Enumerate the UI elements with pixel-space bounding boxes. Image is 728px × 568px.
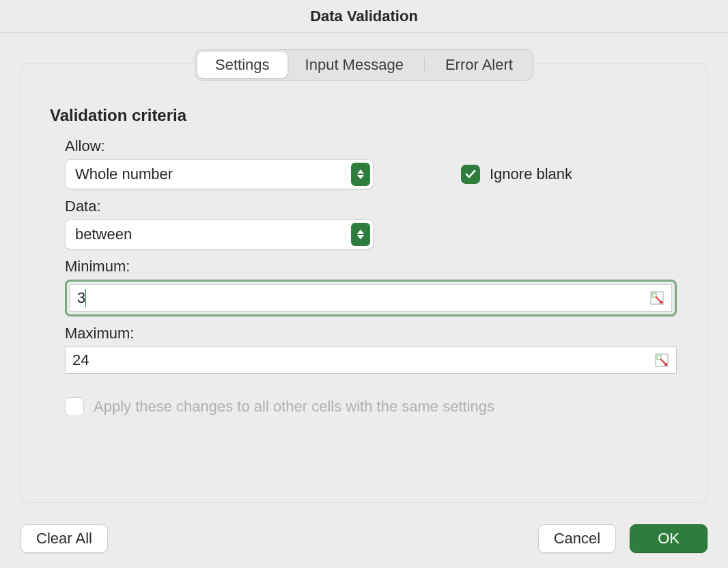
ok-button[interactable]: OK — [630, 524, 708, 553]
updown-icon — [351, 223, 370, 246]
minimum-label-text: Minimum: — [65, 258, 130, 275]
ok-label: OK — [658, 530, 680, 547]
text-caret — [85, 289, 86, 307]
apply-to-all-label: Apply these changes to all other cells w… — [94, 398, 494, 416]
maximum-field-wrap: 24 — [65, 347, 677, 374]
tab-bar: Settings Input Message Error Alert — [195, 49, 533, 81]
section-heading: Validation criteria — [50, 106, 678, 125]
clear-all-label: Clear All — [36, 530, 92, 547]
tab-error-alert-label: Error Alert — [445, 56, 513, 73]
dialog-title: Data Validation — [0, 0, 728, 33]
allow-label-text: Allow: — [65, 137, 105, 154]
minimum-label: Minimum: — [50, 258, 678, 275]
tab-settings-label: Settings — [215, 56, 270, 73]
dialog-title-text: Data Validation — [310, 8, 418, 25]
range-picker-icon[interactable] — [654, 353, 669, 368]
ignore-blank-label: Ignore blank — [490, 165, 572, 183]
tab-error-alert[interactable]: Error Alert — [428, 52, 531, 78]
ignore-blank-checkbox[interactable]: Ignore blank — [461, 165, 572, 184]
minimum-value: 3 — [77, 289, 85, 307]
data-label: Data: — [50, 198, 678, 215]
data-validation-dialog: Settings Input Message Error Alert Valid… — [0, 33, 728, 568]
data-select[interactable]: between — [65, 219, 374, 249]
cancel-label: Cancel — [554, 530, 600, 547]
minimum-input[interactable]: 3 — [70, 284, 672, 312]
apply-to-all-checkbox[interactable]: Apply these changes to all other cells w… — [50, 397, 678, 416]
range-picker-icon[interactable] — [649, 290, 664, 306]
data-select-value: between — [75, 226, 132, 243]
dialog-footer: Clear All Cancel OK — [20, 524, 708, 553]
checkmark-icon — [461, 165, 480, 184]
allow-select[interactable]: Whole number — [65, 159, 374, 189]
tab-separator — [424, 57, 425, 72]
settings-panel: Validation criteria Allow: Whole number … — [20, 63, 708, 503]
clear-all-button[interactable]: Clear All — [20, 524, 108, 553]
maximum-input[interactable]: 24 — [65, 347, 677, 374]
data-label-text: Data: — [65, 198, 101, 215]
tab-input-message[interactable]: Input Message — [288, 52, 421, 78]
minimum-field-wrap: 3 — [65, 280, 677, 316]
maximum-label: Maximum: — [50, 325, 678, 342]
checkbox-empty-icon — [65, 397, 84, 416]
allow-select-value: Whole number — [75, 165, 173, 183]
cancel-button[interactable]: Cancel — [538, 524, 616, 553]
tab-settings[interactable]: Settings — [197, 52, 288, 78]
tab-input-message-label: Input Message — [305, 56, 404, 73]
maximum-value: 24 — [72, 351, 89, 369]
maximum-label-text: Maximum: — [65, 325, 134, 342]
section-heading-text: Validation criteria — [50, 106, 186, 124]
allow-label: Allow: — [50, 137, 678, 155]
updown-icon — [351, 163, 370, 186]
